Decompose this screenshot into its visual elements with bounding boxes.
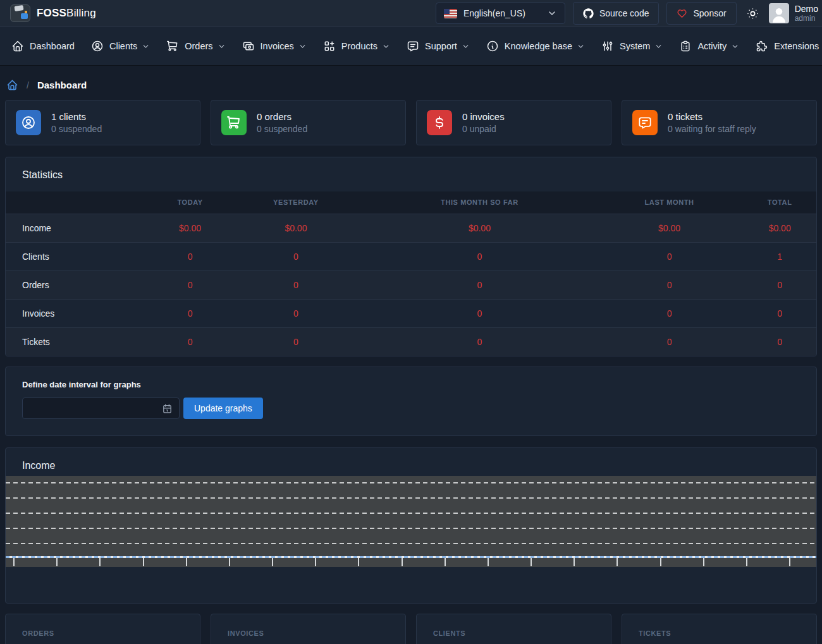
stat-card-tickets[interactable]: 0 tickets 0 waiting for staff reply [622,100,817,145]
chart-x-tick [186,558,187,566]
chevron-down-icon [382,42,390,51]
shopping-cart-icon [221,110,247,135]
chevron-down-icon [577,42,585,51]
cell-value: 0 [596,270,744,299]
chart-x-tick [143,558,144,566]
chevron-down-icon [731,42,739,51]
chart-x-tick [746,558,747,566]
nav-item-dashboard[interactable]: Dashboard [4,34,82,58]
cell-value: 0 [364,299,596,327]
chart-x-tick [616,558,618,566]
nav-label: Invoices [261,41,294,51]
col-header-yesterday: Yesterday [228,191,364,214]
sun-icon [747,8,759,20]
nav-item-support[interactable]: Support [399,34,477,58]
cell-value: 0 [152,242,228,270]
apps-icon [323,40,336,52]
chart-x-tick [488,558,489,566]
cell-value: 0 [596,242,744,270]
date-range-input[interactable] [22,398,180,419]
tickets-panel-title: Tickets [639,629,800,637]
home-icon [11,40,24,52]
nav-item-orders[interactable]: Orders [159,34,233,58]
chevron-down-icon [462,42,470,51]
cell-value: 0 [596,299,744,327]
nav-label: Extensions [774,41,819,51]
stat-card-clients[interactable]: 1 clients 0 suspended [5,100,200,145]
brand[interactable]: FOSSBilling [10,4,96,22]
breadcrumb-home-icon[interactable] [6,79,18,91]
user-circle-icon [16,110,41,135]
cell-value: 0 [743,270,816,299]
table-row-invoices: Invoices 0 0 0 0 0 [6,299,816,327]
user-name: Demo [795,4,818,14]
source-code-button[interactable]: Source code [573,2,659,25]
us-flag-icon [444,9,457,18]
cell-value: 0 [152,299,228,327]
cell-value: 0 [743,327,816,356]
chart-x-tick [402,558,403,566]
chart-x-tick [703,558,704,566]
cell-value: 0 [364,242,596,270]
cell-value: $0.00 [743,214,816,242]
cell-value: $0.00 [228,214,364,242]
nav-label: Knowledge base [505,41,572,51]
chart-x-tick [272,558,273,566]
row-label: Orders [6,270,152,299]
statistics-card: Statistics Today Yesterday This month so… [5,157,817,356]
stat-title: 0 invoices [462,111,505,123]
chart-x-tick [13,558,15,566]
stat-title: 0 tickets [668,111,756,123]
chart-x-tick [358,558,359,566]
stat-cards-row: 1 clients 0 suspended 0 orders 0 suspend… [5,100,817,145]
message-icon [407,40,419,52]
date-range-field[interactable] [29,403,162,413]
theme-toggle-button[interactable] [744,5,761,22]
chart-gridline [6,528,816,529]
cell-value: 0 [152,327,228,356]
cell-value: $0.00 [596,214,744,242]
stat-card-orders[interactable]: 0 orders 0 suspended [211,100,406,145]
user-role: admin [795,14,818,23]
bottom-cards-row: Orders Invoices Clients Tickets [5,614,817,644]
chart-x-tick [315,558,316,566]
avatar [769,3,789,23]
user-menu[interactable]: Demo admin [769,3,818,23]
github-icon [583,8,594,19]
nav-item-extensions[interactable]: Extensions [748,34,822,58]
nav-label: System [620,41,650,51]
clients-panel: Clients [416,614,611,644]
nav-item-knowledge-base[interactable]: Knowledge base [479,34,592,58]
tickets-panel: Tickets [622,614,817,644]
col-header-this-month: This month so far [364,191,596,214]
chart-x-tick [99,558,101,566]
cell-value: 0 [364,270,596,299]
update-graphs-button[interactable]: Update graphs [183,398,263,419]
nav-item-clients[interactable]: Clients [83,34,157,58]
cell-value: 0 [228,242,364,270]
table-row-orders: Orders 0 0 0 0 0 [6,270,816,299]
nav-item-system[interactable]: System [594,34,670,58]
chart-x-tick [574,558,575,566]
invoices-panel-title: Invoices [228,629,389,637]
income-chart-area[interactable] [6,476,816,567]
stat-title: 1 clients [51,111,102,123]
cell-value: 0 [228,299,364,327]
stat-subtitle: 0 waiting for staff reply [668,123,756,135]
language-select[interactable]: English(en_US) [436,3,565,24]
nav-item-activity[interactable]: Activity [672,34,747,58]
sponsor-button[interactable]: Sponsor [666,2,736,25]
cell-value: $0.00 [152,214,228,242]
message-icon [632,110,658,135]
date-interval-card: Define date interval for graphs Update g… [5,367,817,436]
nav-item-invoices[interactable]: Invoices [235,34,314,58]
cell-value: 0 [152,270,228,299]
col-header-empty [6,191,152,214]
chart-x-tick [229,558,230,566]
chevron-down-icon [654,42,663,51]
currency-dollar-icon [427,110,452,135]
chart-x-tick [56,558,58,566]
nav-item-products[interactable]: Products [316,34,398,58]
stat-card-invoices[interactable]: 0 invoices 0 unpaid [416,100,611,145]
nav-label: Support [425,41,457,51]
